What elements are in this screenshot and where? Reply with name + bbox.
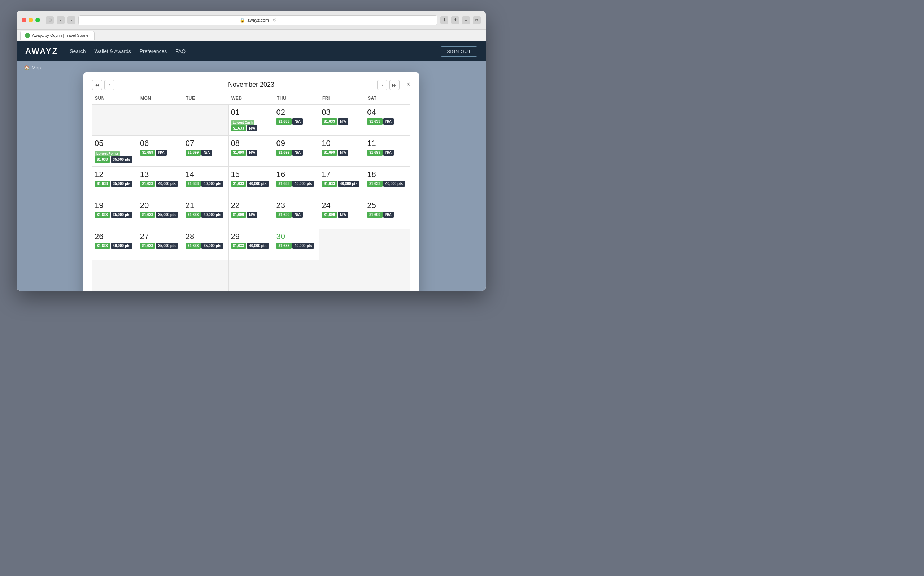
- points-badge: 35,000 pts: [111, 212, 132, 218]
- calendar-cell[interactable]: 29$1,63340,000 pts: [229, 229, 274, 260]
- calendar-cell[interactable]: 13$1,63340,000 pts: [138, 167, 183, 198]
- calendar-cell[interactable]: 03$1,633N/A: [319, 105, 365, 135]
- price-row: $1,633N/A: [231, 125, 272, 131]
- calendar-cell[interactable]: 15$1,63340,000 pts: [229, 167, 274, 198]
- date-number: 20: [140, 201, 181, 210]
- day-sat: SAT: [365, 94, 410, 104]
- calendar-cell[interactable]: 20$1,63335,000 pts: [138, 198, 183, 229]
- points-badge: 40,000 pts: [201, 212, 223, 218]
- calendar-cell[interactable]: 24$1,699N/A: [319, 198, 365, 229]
- nav-search[interactable]: Search: [70, 48, 86, 54]
- date-number: 04: [367, 107, 408, 117]
- share-icon[interactable]: ⬆: [451, 16, 459, 24]
- price-row: $1,63340,000 pts: [231, 243, 272, 249]
- price-badge: $1,633: [276, 118, 292, 125]
- browser-tab[interactable]: Awayz by Odynn | Travel Sooner: [20, 31, 94, 40]
- price-badge: $1,633: [231, 125, 247, 131]
- day-fri: FRI: [319, 94, 365, 104]
- calendar-cell[interactable]: 04$1,633N/A: [365, 105, 410, 135]
- date-number: 09: [276, 139, 317, 148]
- nav-wallet[interactable]: Wallet & Awards: [94, 48, 131, 54]
- date-number: 10: [322, 139, 362, 148]
- forward-button[interactable]: ›: [67, 16, 75, 24]
- points-badge: 35,000 pts: [156, 212, 177, 218]
- nav-faq[interactable]: FAQ: [176, 48, 185, 54]
- nav-preferences[interactable]: Preferences: [140, 48, 167, 54]
- back-button[interactable]: ‹: [57, 16, 65, 24]
- address-bar[interactable]: 🔒 awayz.com ↺: [78, 15, 437, 25]
- calendar-cell[interactable]: 26$1,63340,000 pts: [93, 229, 137, 260]
- close-modal-button[interactable]: ×: [407, 81, 410, 87]
- calendar-cell[interactable]: 01Lowest Cash$1,633N/A: [229, 105, 274, 135]
- calendar-cell[interactable]: 30$1,63340,000 pts: [274, 229, 319, 260]
- prev-month-button[interactable]: ‹: [104, 80, 115, 90]
- points-badge: 40,000 pts: [292, 243, 314, 249]
- points-badge: N/A: [338, 149, 348, 156]
- calendar-cell[interactable]: 07$1,699N/A: [184, 136, 228, 166]
- price-row: $1,699N/A: [231, 149, 272, 156]
- calendar-cell[interactable]: 10$1,699N/A: [319, 136, 365, 166]
- calendar-cell[interactable]: 11$1,699N/A: [365, 136, 410, 166]
- calendar-cell[interactable]: 14$1,63340,000 pts: [184, 167, 228, 198]
- calendar-cell[interactable]: 02$1,633N/A: [274, 105, 319, 135]
- price-row: $1,699N/A: [367, 212, 408, 218]
- date-number: 26: [94, 232, 136, 241]
- close-button[interactable]: [22, 18, 26, 22]
- date-number: 28: [185, 232, 226, 241]
- calendar-cell[interactable]: 06$1,699N/A: [138, 136, 183, 166]
- calendar-cell[interactable]: 09$1,699N/A: [274, 136, 319, 166]
- price-badge: $1,633: [140, 212, 156, 218]
- price-badge: $1,633: [140, 181, 156, 187]
- date-number: 14: [185, 170, 226, 179]
- points-badge: 40,000 pts: [383, 181, 405, 187]
- calendar-cell[interactable]: 16$1,63340,000 pts: [274, 167, 319, 198]
- calendar-cell[interactable]: 25$1,699N/A: [365, 198, 410, 229]
- points-badge: N/A: [292, 118, 303, 125]
- calendar-cell[interactable]: 28$1,63335,000 pts: [184, 229, 228, 260]
- url-text: awayz.com: [247, 18, 269, 23]
- points-badge: 40,000 pts: [111, 243, 132, 249]
- calendar-cell: [319, 229, 365, 260]
- first-page-button[interactable]: ⏮: [92, 80, 102, 90]
- price-row: $1,699N/A: [140, 149, 181, 156]
- last-page-button[interactable]: ⏭: [389, 80, 399, 90]
- tabs-button[interactable]: ⧉: [473, 16, 481, 24]
- points-badge: N/A: [292, 149, 303, 156]
- date-number: 01: [231, 107, 272, 117]
- calendar-cell[interactable]: 22$1,699N/A: [229, 198, 274, 229]
- maximize-button[interactable]: [35, 18, 40, 22]
- app-header: AWAYZ Search Wallet & Awards Preferences…: [17, 41, 486, 61]
- calendar-cell[interactable]: 23$1,699N/A: [274, 198, 319, 229]
- price-badge: $1,633: [322, 181, 337, 187]
- calendar-cell[interactable]: 21$1,63340,000 pts: [184, 198, 228, 229]
- calendar-cell[interactable]: 27$1,63335,000 pts: [138, 229, 183, 260]
- tab-bar: Awayz by Odynn | Travel Sooner: [17, 30, 486, 41]
- price-badge: $1,633: [185, 243, 201, 249]
- calendar-cell[interactable]: 05Lowest Points$1,63335,000 pts: [93, 136, 137, 166]
- new-tab-button[interactable]: +: [462, 16, 470, 24]
- calendar-cell[interactable]: 08$1,699N/A: [229, 136, 274, 166]
- sign-out-button[interactable]: SIGN OUT: [441, 46, 477, 57]
- date-number: 16: [276, 170, 317, 179]
- calendar-cell[interactable]: 12$1,63335,000 pts: [93, 167, 137, 198]
- calendar-cell: [93, 260, 137, 291]
- next-month-button[interactable]: ›: [377, 80, 387, 90]
- calendar-modal: ⏮ ‹ November 2023 › ⏭ × SUN MON TUE WED …: [83, 72, 419, 291]
- calendar-cell[interactable]: 19$1,63335,000 pts: [93, 198, 137, 229]
- calendar-cell[interactable]: 17$1,63340,000 pts: [319, 167, 365, 198]
- price-row: $1,699N/A: [367, 149, 408, 156]
- minimize-button[interactable]: [29, 18, 33, 22]
- price-row: $1,63340,000 pts: [231, 181, 272, 187]
- sidebar-toggle[interactable]: ⊞: [46, 16, 54, 24]
- day-thu: THU: [274, 94, 319, 104]
- modal-header: ⏮ ‹ November 2023 › ⏭ ×: [92, 81, 410, 88]
- price-row: $1,699N/A: [276, 212, 317, 218]
- download-icon[interactable]: ⬇: [440, 16, 448, 24]
- price-row: $1,633N/A: [367, 118, 408, 125]
- calendar-cell[interactable]: 18$1,63340,000 pts: [365, 167, 410, 198]
- day-mon: MON: [137, 94, 183, 104]
- price-row: $1,63340,000 pts: [367, 181, 408, 187]
- points-badge: 35,000 pts: [111, 156, 132, 163]
- price-badge: $1,633: [94, 212, 110, 218]
- calendar: SUN MON TUE WED THU FRI SAT 01Lowest Cas…: [92, 94, 410, 291]
